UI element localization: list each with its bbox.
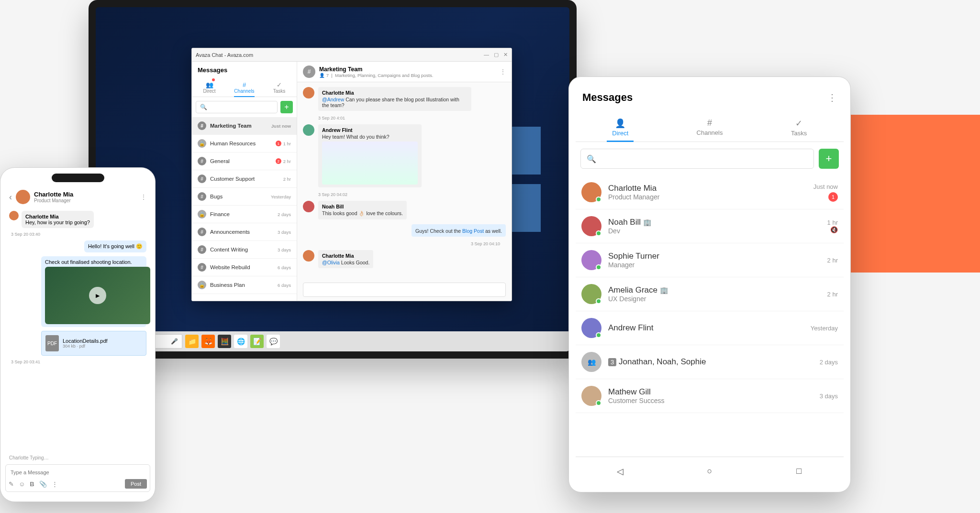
add-channel-button[interactable]: +	[280, 101, 293, 113]
search-input[interactable]: 🔍	[196, 101, 278, 113]
maximize-icon[interactable]: ▢	[494, 52, 499, 58]
unread-badge: 1	[276, 141, 281, 146]
online-indicator	[596, 332, 601, 338]
close-icon[interactable]: ✕	[503, 52, 508, 58]
message-self: Check out finalised shooting location. ▶	[9, 256, 146, 327]
contact-item[interactable]: Andrew Flint Yesterday	[576, 311, 844, 345]
file-attachment[interactable]: PDF LocationDetails.pdf 304 kb · pdf	[41, 331, 146, 356]
chrome-icon[interactable]: 🌐	[234, 335, 247, 348]
timestamp: 3 Sep 20 4:01	[318, 116, 506, 120]
contact-item[interactable]: 👥 3 Jonathan, Noah, Sophie 2 days	[576, 345, 844, 379]
tab-channels[interactable]: # Channels	[227, 78, 262, 97]
online-indicator	[596, 298, 601, 304]
sidebar-title: Messages	[192, 62, 297, 78]
edit-icon[interactable]: ✎	[9, 480, 14, 488]
phone-messages[interactable]: Charlotte Mia Hey, how is your trip goin…	[5, 207, 150, 453]
channel-item[interactable]: 🔒 Finance 2 days	[192, 206, 297, 223]
app-sidebar: Messages 👥 Direct # Channels ✓	[192, 62, 297, 301]
tab-direct[interactable]: 👤 Direct	[576, 113, 665, 142]
avaza-icon[interactable]: 💬	[267, 335, 280, 348]
minimize-icon[interactable]: —	[484, 52, 489, 58]
people-icon: 👥	[192, 81, 227, 88]
avatar	[581, 216, 601, 236]
timestamp: 3 Sep 20 04:10	[303, 241, 500, 246]
more-icon[interactable]: ⋮	[827, 92, 837, 103]
avatar[interactable]	[16, 190, 30, 204]
group-avatar: 👥	[581, 352, 601, 372]
channel-item[interactable]: # Marketing Team Just now	[192, 117, 297, 135]
search-icon: 🔍	[587, 154, 596, 164]
back-icon[interactable]: ‹	[9, 192, 12, 202]
home-icon[interactable]: ○	[700, 466, 719, 476]
timestamp: 3 Sep 20 03:41	[11, 360, 146, 364]
timestamp: 3 Sep 20 04:02	[318, 192, 506, 197]
message-input[interactable]	[9, 468, 147, 477]
post-button[interactable]: Post	[125, 479, 147, 489]
channel-item[interactable]: # Content Writing 3 days	[192, 241, 297, 259]
window-controls[interactable]: — ▢ ✕	[484, 52, 508, 58]
tablet-frame: Messages ⋮ 👤 Direct # Channels ✓ Tasks 🔍…	[568, 76, 851, 492]
search-input[interactable]: 🔍	[580, 149, 814, 169]
recent-icon[interactable]: □	[790, 466, 809, 476]
lock-icon: 🔒	[198, 139, 206, 148]
lock-icon: 🔒	[198, 210, 206, 218]
compose-input[interactable]	[303, 283, 506, 297]
channel-item[interactable]: # Bugs Yesterday	[192, 188, 297, 206]
channel-item[interactable]: 🔒 Human Resources 11 hr	[192, 135, 297, 153]
contact-item[interactable]: Noah Bill 🏢Dev 1 hr🔇	[576, 209, 844, 243]
image-attachment[interactable]	[322, 142, 418, 185]
attach-icon[interactable]: 📎	[39, 480, 47, 488]
online-indicator	[596, 196, 601, 202]
more-icon[interactable]: ⋮	[52, 480, 58, 488]
message-self: Guys! Check out the Blog Post as well.	[303, 224, 506, 237]
channel-list: # Marketing Team Just now 🔒 Human Resour…	[192, 117, 297, 301]
back-icon[interactable]: ◁	[611, 466, 630, 477]
mic-icon[interactable]: 🎤	[171, 338, 178, 345]
message-self: PDF LocationDetails.pdf 304 kb · pdf	[9, 331, 146, 356]
contact-item[interactable]: Charlotte MiaProduct Manager Just now1	[576, 175, 844, 209]
chat-header: # Marketing Team 👤 7 | Marketing, Planni…	[297, 62, 512, 82]
chat-main: # Marketing Team 👤 7 | Marketing, Planni…	[297, 62, 512, 301]
firefox-icon[interactable]: 🦊	[201, 335, 215, 348]
play-icon[interactable]: ▶	[89, 287, 106, 304]
more-icon[interactable]: ⋮	[141, 194, 146, 200]
contact-item[interactable]: Sophie TurnerManager 2 hr	[576, 243, 844, 277]
avatar	[303, 87, 314, 98]
more-icon[interactable]: ⋮	[500, 68, 506, 75]
channel-item[interactable]: # Customer Support 2 hr	[192, 170, 297, 188]
message: Charlotte Mia Hey, how is your trip goin…	[9, 211, 146, 228]
channel-item[interactable]: # General 22 hr	[192, 153, 297, 170]
calculator-icon[interactable]: 🧮	[218, 335, 231, 348]
add-button[interactable]: +	[819, 149, 839, 169]
tab-channels[interactable]: # Channels	[665, 113, 755, 142]
video-thumbnail[interactable]: ▶	[45, 267, 150, 324]
tab-direct[interactable]: 👥 Direct	[192, 78, 227, 97]
emoji-icon[interactable]: ☺	[19, 480, 25, 488]
hash-icon: #	[198, 263, 206, 272]
bold-icon[interactable]: B	[30, 480, 34, 488]
check-icon: ✓	[262, 81, 297, 88]
building-icon: 🏢	[643, 218, 651, 226]
contact-name: Charlotte Mia	[34, 191, 73, 198]
channel-item[interactable]: # Announcements 3 days	[192, 223, 297, 241]
contact-list: Charlotte MiaProduct Manager Just now1 N…	[576, 175, 844, 457]
compose-box: ✎ ☺ B 📎 ⋮ Post	[5, 464, 150, 492]
unread-badge: 2	[276, 158, 281, 164]
avatar	[303, 124, 314, 136]
message: Charlotte Mia @Olivia Looks Good.	[303, 250, 506, 268]
file-explorer-icon[interactable]: 📁	[185, 335, 199, 348]
contact-item[interactable]: Amelia Grace 🏢UX Designer 2 hr	[576, 277, 844, 311]
window-title: Avaza Chat - Avaza.com	[196, 52, 253, 58]
channel-item[interactable]: # Website Rebuild 6 days	[192, 259, 297, 276]
channel-item[interactable]: 🔒 Business Plan 6 days	[192, 276, 297, 294]
hash-icon: #	[665, 118, 755, 128]
window-titlebar[interactable]: Avaza Chat - Avaza.com — ▢ ✕	[192, 48, 512, 62]
message-list[interactable]: Charlotte Mia @Andrew Can you please sha…	[297, 82, 512, 279]
notes-icon[interactable]: 📝	[250, 335, 264, 348]
sidebar-tabs: 👥 Direct # Channels ✓ Tasks	[192, 78, 297, 97]
tab-tasks[interactable]: ✓ Tasks	[262, 78, 297, 97]
tab-tasks[interactable]: ✓ Tasks	[754, 113, 844, 142]
contact-item[interactable]: Mathew GillCustomer Success 3 days	[576, 379, 844, 413]
phone-header: ‹ Charlotte Mia Product Manager ⋮	[5, 187, 150, 207]
hash-icon: #	[303, 65, 315, 78]
